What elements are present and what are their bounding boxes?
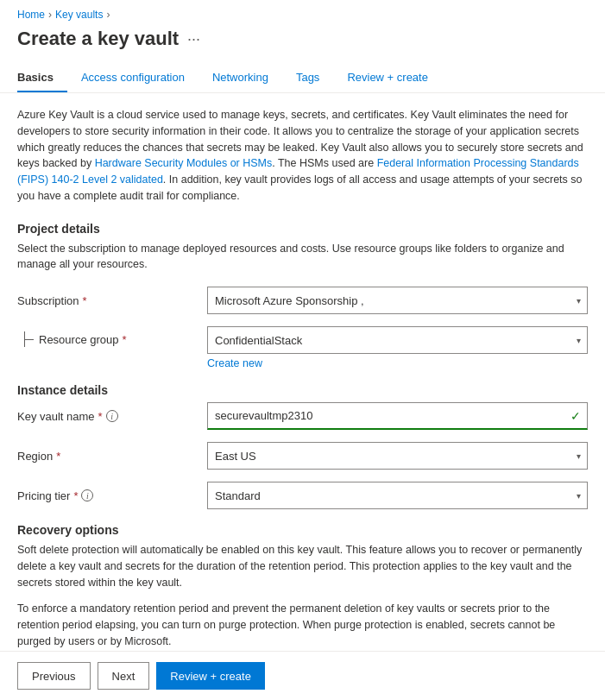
pricing-tier-required-star: * (73, 489, 78, 502)
subscription-label: Subscription * (17, 294, 207, 307)
tab-tags[interactable]: Tags (282, 64, 333, 92)
recovery-options-section: Recovery options Soft delete protection … (17, 523, 588, 650)
resource-group-row: Resource group * ConfidentialStack ▾ Cre… (17, 326, 588, 369)
key-vault-name-input-wrapper: ✓ (207, 402, 588, 430)
key-vault-name-info-icon[interactable]: i (106, 410, 118, 422)
review-create-button[interactable]: Review + create (156, 662, 265, 690)
create-new-link[interactable]: Create new (207, 357, 588, 369)
pricing-tier-info-icon[interactable]: i (81, 489, 93, 501)
project-details-section: Project details Select the subscription … (17, 222, 588, 370)
resource-group-indent: Resource group * (17, 331, 127, 347)
hsm-link[interactable]: Hardware Security Modules or HSMs (95, 157, 273, 169)
next-button[interactable]: Next (98, 662, 150, 690)
resource-group-control: ConfidentialStack ▾ Create new (207, 326, 588, 369)
region-required-star: * (56, 450, 60, 463)
resource-group-select-wrapper: ConfidentialStack ▾ (207, 326, 588, 354)
recovery-text-1: Soft delete protection will automaticall… (17, 542, 588, 590)
region-label: Region * (17, 450, 207, 463)
description-text: Azure Key Vault is a cloud service used … (17, 107, 588, 205)
resource-group-required-star: * (123, 333, 127, 346)
region-select[interactable]: East US (207, 442, 588, 470)
page-title: Create a key vault (17, 28, 179, 50)
key-vault-name-input[interactable] (207, 402, 588, 430)
resource-group-label-wrapper: Resource group * (17, 326, 207, 347)
key-vault-name-required-star: * (98, 410, 103, 423)
region-control: East US ▾ (207, 442, 588, 470)
region-row: Region * East US ▾ (17, 442, 588, 470)
tabs-bar: Basics Access configuration Networking T… (0, 64, 605, 93)
key-vault-name-row: Key vault name * i ✓ (17, 402, 588, 430)
resource-group-select[interactable]: ConfidentialStack (207, 326, 588, 354)
tab-basics[interactable]: Basics (17, 64, 67, 92)
resource-group-label: Resource group * (39, 333, 127, 346)
pricing-tier-label: Pricing tier * i (17, 489, 207, 502)
footer: Previous Next Review + create (0, 651, 605, 700)
instance-details-title: Instance details (17, 383, 588, 397)
region-select-wrapper: East US ▾ (207, 442, 588, 470)
breadcrumb-sep2: › (106, 9, 110, 21)
key-vault-name-control: ✓ (207, 402, 588, 430)
tab-review-create[interactable]: Review + create (333, 64, 442, 92)
pricing-tier-select[interactable]: Standard (207, 482, 588, 509)
breadcrumb: Home › Key vaults › (0, 0, 605, 24)
subscription-control: Microsoft Azure Sponsorship , ▾ (207, 287, 588, 314)
instance-details-section: Instance details Key vault name * i ✓ Re… (17, 383, 588, 509)
subscription-select-wrapper: Microsoft Azure Sponsorship , ▾ (207, 287, 588, 314)
tab-access-configuration[interactable]: Access configuration (67, 64, 199, 92)
breadcrumb-keyvaults[interactable]: Key vaults (55, 9, 103, 21)
subscription-row: Subscription * Microsoft Azure Sponsorsh… (17, 287, 588, 314)
recovery-options-title: Recovery options (17, 523, 588, 537)
indent-horizontal-line (25, 339, 34, 340)
main-content: Azure Key Vault is a cloud service used … (0, 93, 605, 700)
pricing-tier-row: Pricing tier * i Standard ▾ (17, 482, 588, 509)
project-details-subtitle: Select the subscription to manage deploy… (17, 241, 588, 274)
subscription-required-star: * (83, 294, 87, 307)
tab-networking[interactable]: Networking (199, 64, 282, 92)
breadcrumb-home[interactable]: Home (17, 9, 45, 21)
key-vault-name-label: Key vault name * i (17, 410, 207, 423)
page-header: Create a key vault ··· (0, 24, 605, 64)
project-details-title: Project details (17, 222, 588, 236)
previous-button[interactable]: Previous (17, 662, 91, 690)
pricing-tier-control: Standard ▾ (207, 482, 588, 509)
recovery-text-2: To enforce a mandatory retention period … (17, 601, 588, 649)
pricing-tier-select-wrapper: Standard ▾ (207, 482, 588, 509)
more-options-icon[interactable]: ··· (187, 30, 200, 48)
key-vault-name-valid-icon: ✓ (570, 409, 581, 423)
breadcrumb-sep1: › (48, 9, 52, 21)
subscription-select[interactable]: Microsoft Azure Sponsorship , (207, 287, 588, 314)
